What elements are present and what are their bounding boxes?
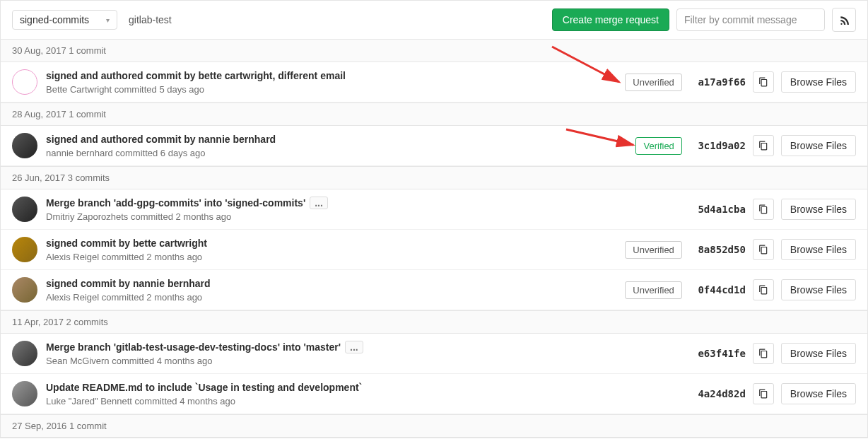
branch-selector[interactable]: signed-commits ▾ [12,10,117,30]
browse-files-button[interactable]: Browse Files [781,239,856,260]
commit-meta: Sean McGivern committed 4 months ago [46,356,681,366]
commit-meta: Luke "Jared" Bennett committed 4 months … [46,396,681,406]
rss-icon [839,15,849,25]
verified-badge[interactable]: Verified [635,137,681,155]
commit-main: signed commit by bette cartwrightAlexis … [46,237,616,262]
date-header: 28 Aug, 2017 1 commit [1,103,867,126]
commit-main: Merge branch 'add-gpg-commits' into 'sig… [46,197,681,222]
commit-row: signed commit by nannie bernhardAlexis R… [1,270,867,310]
commit-title[interactable]: Update README.md to include `Usage in te… [46,382,362,393]
expand-message-button[interactable]: ... [345,341,363,353]
commit-actions: Verified3c1d9a02Browse Files [635,135,856,156]
copy-icon [758,285,768,295]
browse-files-button[interactable]: Browse Files [781,383,856,404]
commit-sha[interactable]: 0f44cd1d [689,284,746,295]
commit-title[interactable]: Merge branch 'add-gpg-commits' into 'sig… [46,197,305,209]
commit-row: Update README.md to include `Usage in te… [1,374,867,414]
browse-files-button[interactable]: Browse Files [781,279,856,300]
copy-icon [758,349,768,358]
commit-meta: Bette Cartwright committed 5 days ago [46,84,616,95]
avatar[interactable] [12,381,37,406]
avatar[interactable] [12,237,37,262]
commit-title[interactable]: signed and authored commit by nannie ber… [46,134,276,145]
commit-sha[interactable]: 3c1d9a02 [689,140,746,151]
copy-sha-button[interactable] [753,135,774,156]
copy-sha-button[interactable] [753,199,774,220]
avatar[interactable] [12,277,37,303]
commit-row: Merge branch 'gitlab-test-usage-dev-test… [1,334,867,374]
commit-actions: 4a24d82dBrowse Files [689,383,856,404]
browse-files-button[interactable]: Browse Files [781,135,856,156]
copy-sha-button[interactable] [753,239,774,260]
commit-row: signed commit by bette cartwrightAlexis … [1,230,867,270]
date-header: 26 Jun, 2017 3 commits [1,166,867,189]
commit-meta: Alexis Reigel committed 2 months ago [46,292,616,303]
commit-main: signed and authored commit by bette cart… [46,69,616,95]
commit-sha[interactable]: 4a24d82d [689,388,746,399]
rss-button[interactable] [832,8,856,32]
browse-files-button[interactable]: Browse Files [781,71,856,93]
avatar[interactable] [12,197,37,222]
topbar: signed-commits ▾ gitlab-test Create merg… [1,1,867,39]
commit-sha[interactable]: e63f41fe [689,348,746,359]
copy-icon [758,141,768,151]
date-header: 11 Apr, 2017 2 commits [1,310,867,334]
commit-actions: Unverifieda17a9f66Browse Files [625,71,856,93]
commit-main: signed and authored commit by nannie ber… [46,133,627,158]
date-header: 30 Aug, 2017 1 commit [1,39,867,62]
commit-title[interactable]: signed commit by bette cartwright [46,238,207,249]
copy-sha-button[interactable] [753,383,774,404]
commit-meta: Dmitriy Zaporozhets committed 2 months a… [46,211,681,222]
commit-actions: e63f41feBrowse Files [689,343,856,364]
unverified-badge[interactable]: Unverified [625,241,682,259]
copy-sha-button[interactable] [753,279,774,300]
commit-sha[interactable]: a17a9f66 [689,76,746,88]
copy-sha-button[interactable] [753,343,774,364]
commit-meta: Alexis Reigel committed 2 months ago [46,252,616,262]
commit-main: Update README.md to include `Usage in te… [46,381,681,406]
copy-icon [758,389,768,399]
commit-actions: Unverified8a852d50Browse Files [625,239,856,260]
commit-row: signed and authored commit by bette cart… [1,62,867,103]
filter-input[interactable] [676,8,825,31]
expand-message-button[interactable]: ... [310,197,328,209]
commit-main: Merge branch 'gitlab-test-usage-dev-test… [46,341,681,366]
copy-icon [758,204,768,214]
repo-name: gitlab-test [129,14,172,25]
avatar[interactable] [12,133,37,158]
browse-files-button[interactable]: Browse Files [781,343,856,364]
commit-title[interactable]: signed commit by nannie bernhard [46,278,211,289]
create-merge-request-button[interactable]: Create merge request [552,8,669,31]
commit-row: Merge branch 'add-gpg-commits' into 'sig… [1,189,867,230]
commit-sha[interactable]: 5d4a1cba [689,204,746,215]
commit-sha[interactable]: 8a852d50 [689,244,746,255]
commit-actions: 5d4a1cbaBrowse Files [689,199,856,220]
commit-title[interactable]: signed and authored commit by bette cart… [46,70,346,81]
branch-name: signed-commits [20,14,89,25]
unverified-badge[interactable]: Unverified [625,74,682,91]
commit-actions: Unverified0f44cd1dBrowse Files [625,279,856,300]
unverified-badge[interactable]: Unverified [625,281,682,299]
copy-icon [758,245,768,254]
commit-main: signed commit by nannie bernhardAlexis R… [46,277,616,303]
commit-row: signed and authored commit by nannie ber… [1,126,867,166]
avatar[interactable] [12,341,37,366]
commit-meta: nannie bernhard committed 6 days ago [46,148,627,158]
avatar[interactable] [12,69,37,95]
commit-title[interactable]: Merge branch 'gitlab-test-usage-dev-test… [46,341,341,353]
date-header: 27 Sep, 2016 1 commit [1,414,867,438]
chevron-down-icon: ▾ [106,16,110,24]
browse-files-button[interactable]: Browse Files [781,199,856,220]
copy-sha-button[interactable] [753,71,774,93]
copy-icon [758,77,768,87]
